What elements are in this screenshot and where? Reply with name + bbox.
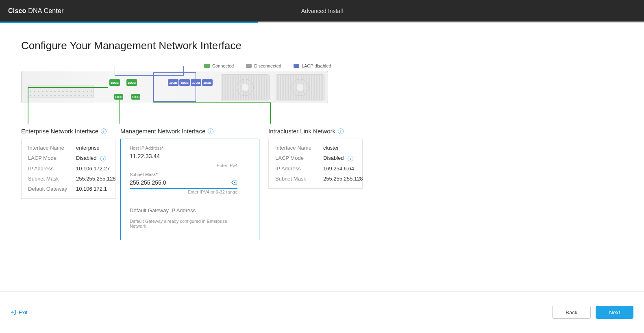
kv-key: LACP Mode xyxy=(28,155,73,161)
legend-connected: Connected xyxy=(204,63,234,68)
legend-disconnected: Disconnected xyxy=(246,63,281,68)
top-bar: Cisco DNA Center Advanced Install xyxy=(0,0,644,22)
exit-label: Exit xyxy=(19,309,28,316)
info-icon[interactable]: i xyxy=(348,156,353,161)
kv-value: cluster xyxy=(323,145,363,151)
clear-input-icon[interactable] xyxy=(231,179,237,186)
info-icon[interactable]: i xyxy=(208,128,213,134)
gateway-note: Default Gateway already configured in En… xyxy=(130,219,237,229)
legend-lacp: LACP disabled xyxy=(294,63,331,68)
brand: Cisco DNA Center xyxy=(8,7,64,15)
lacp-group-box-2 xyxy=(153,72,196,102)
host-ip-hint: Enter IPv4 xyxy=(130,163,237,168)
host-ip-field: Host IP Address* Enter IPv4 xyxy=(130,146,250,168)
footer: Exit Back Next xyxy=(0,291,644,333)
page-title: Configure Your Management Network Interf… xyxy=(21,39,623,52)
connector-line xyxy=(119,100,120,124)
swatch-gray-icon xyxy=(246,64,252,68)
kv-key: LACP Mode xyxy=(275,155,320,161)
connector-line xyxy=(28,87,28,124)
info-icon[interactable]: i xyxy=(101,128,107,134)
progress-fill xyxy=(0,22,258,23)
kv-value: 10.106.172.27 xyxy=(76,165,116,172)
legend-disconnected-label: Disconnected xyxy=(254,63,281,68)
subnet-hint: Enter IPV4 or 0-32 range xyxy=(130,189,237,194)
host-ip-label: Host IP Address* xyxy=(130,146,250,150)
kv-value: 169.254.6.64 xyxy=(323,165,363,172)
kv-value: Disabled i xyxy=(323,155,363,161)
brand-bold: Cisco xyxy=(8,7,26,14)
section-title-enterprise-label: Enterprise Network Interface xyxy=(21,128,98,135)
info-icon[interactable]: i xyxy=(100,156,106,161)
enterprise-kv: Interface Name enterprise LACP Mode Disa… xyxy=(28,145,109,192)
subnet-input[interactable] xyxy=(130,178,237,189)
footer-buttons: Back Next xyxy=(552,306,633,319)
subnet-label: Subnet Mask* xyxy=(130,172,250,177)
legend-connected-label: Connected xyxy=(212,63,234,68)
legend: Connected Disconnected LACP disabled xyxy=(204,63,623,68)
info-icon[interactable]: i xyxy=(338,128,344,134)
appliance-diagram: 10GB 10GB 10GB 10GB 10GB 10GB 10GB 10GB xyxy=(21,71,623,124)
content: Configure Your Management Network Interf… xyxy=(0,23,644,291)
connector-line xyxy=(28,87,108,88)
kv-key: Subnet Mask xyxy=(28,176,73,182)
enterprise-card: Interface Name enterprise LACP Mode Disa… xyxy=(21,139,115,199)
connector-line xyxy=(153,102,270,103)
kv-key: Interface Name xyxy=(28,145,73,151)
kv-value: enterprise xyxy=(76,145,116,151)
kv-value: 255.255.255.128 xyxy=(76,176,116,182)
legend-lacp-label: LACP disabled xyxy=(302,63,331,68)
intracluster-kv: Interface Name cluster LACP Mode Disable… xyxy=(275,145,356,182)
port-bottom-2: 10GB xyxy=(131,94,140,100)
kv-key: IP Address xyxy=(275,165,320,172)
kv-value: 255.255.255.128 xyxy=(323,176,363,182)
port-blue-4: 10GB xyxy=(202,79,213,86)
connector-line xyxy=(270,102,271,124)
gateway-field: Default Gateway already configured in En… xyxy=(130,206,250,229)
management-card: Host IP Address* Enter IPv4 Subnet Mask* xyxy=(120,139,259,240)
subnet-field: Subnet Mask* Enter IPV4 or 0-32 range xyxy=(130,172,250,194)
section-title-management: Management Network Interface i xyxy=(120,128,259,135)
lacp-value: Disabled xyxy=(323,155,344,161)
port-green-2: 10GB xyxy=(126,79,137,86)
gateway-input xyxy=(130,206,237,216)
intracluster-card: Interface Name cluster LACP Mode Disable… xyxy=(268,139,363,189)
header-subtitle: Advanced Install xyxy=(301,8,343,14)
kv-key: IP Address xyxy=(28,165,73,172)
brand-light: DNA Center xyxy=(28,7,63,14)
back-button[interactable]: Back xyxy=(552,306,591,319)
kv-key: Interface Name xyxy=(275,145,320,151)
lacp-value: Disabled xyxy=(76,155,97,161)
back-label: Back xyxy=(566,309,577,316)
kv-key: Default Gateway xyxy=(28,186,73,192)
section-title-management-label: Management Network Interface xyxy=(120,128,205,135)
host-ip-input[interactable] xyxy=(130,151,237,162)
psu-fan-1 xyxy=(221,74,270,100)
next-button[interactable]: Next xyxy=(596,306,633,319)
port-green-1: 10GB xyxy=(109,79,120,86)
progress-bar xyxy=(0,22,644,23)
exit-button[interactable]: Exit xyxy=(11,309,28,316)
next-label: Next xyxy=(609,309,620,316)
section-title-intracluster-label: Intracluster Link Network xyxy=(268,128,335,135)
exit-icon xyxy=(11,309,16,315)
kv-value: 10.106.172.1 xyxy=(76,186,116,192)
psu-fan-2 xyxy=(276,74,324,100)
kv-value: Disabled i xyxy=(76,155,116,161)
swatch-green-icon xyxy=(204,64,210,68)
kv-key: Subnet Mask xyxy=(275,176,320,182)
swatch-blue-icon xyxy=(294,64,299,68)
section-title-intracluster: Intracluster Link Network i xyxy=(268,128,363,135)
section-title-enterprise: Enterprise Network Interface i xyxy=(21,128,115,135)
sections-row: Interface Name enterprise LACP Mode Disa… xyxy=(21,139,623,240)
port-bottom-1: 10GB xyxy=(114,94,123,100)
